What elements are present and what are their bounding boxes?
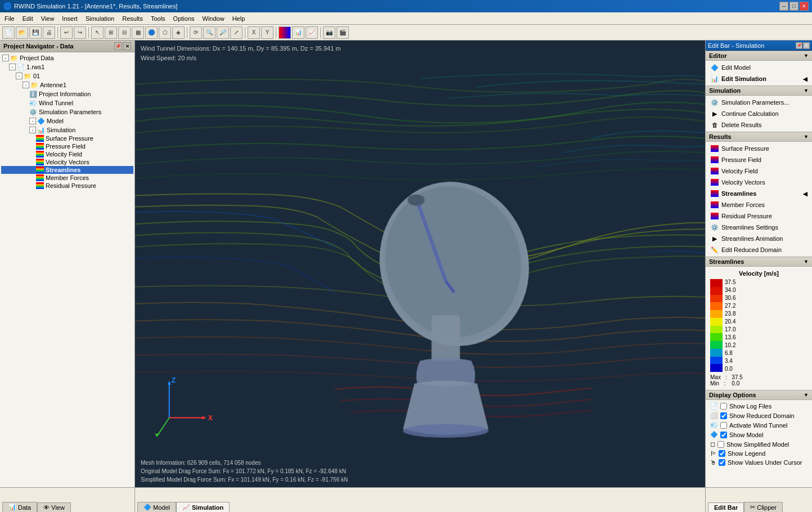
editor-section[interactable]: Editor ▼ — [706, 51, 812, 61]
toolbar-save[interactable]: 💾 — [29, 26, 42, 39]
tree-item-pressure-field[interactable]: Pressure Field — [1, 142, 133, 150]
maximize-button[interactable]: □ — [789, 2, 798, 11]
toolbar-open[interactable]: 📂 — [16, 26, 28, 39]
menu-insert[interactable]: Insert — [59, 14, 81, 23]
toolbar-yview[interactable]: Y — [261, 26, 273, 39]
expand-model[interactable]: - — [29, 118, 36, 124]
right-panel-close[interactable]: ✕ — [803, 42, 810, 49]
menu-file[interactable]: File — [1, 14, 18, 23]
toolbar-results[interactable]: 📊 — [292, 26, 304, 39]
tab-simulation[interactable]: 📈 Simulation — [176, 502, 230, 512]
toolbar-view-2[interactable]: ⬡ — [159, 26, 171, 39]
tab-edit-bar[interactable]: Edit Bar — [708, 502, 744, 512]
tree-item-sim-params[interactable]: ⚙️ Simulation Parameters — [1, 107, 133, 116]
toolbar-mesh-3[interactable]: ▦ — [132, 26, 144, 39]
tree-item-surface-pressure[interactable]: Surface Pressure — [1, 134, 133, 142]
toolbar-color[interactable] — [279, 26, 291, 39]
simulation-section[interactable]: Simulation ▼ — [706, 86, 812, 96]
tab-clipper[interactable]: ✂ Clipper — [744, 502, 783, 512]
right-panel-pin[interactable]: 📌 — [796, 42, 802, 49]
minimize-button[interactable]: ─ — [779, 2, 788, 11]
streamlines-right-button[interactable]: Streamlines ◀ — [706, 188, 812, 199]
toolbar-rotate[interactable]: ⟳ — [190, 26, 202, 39]
tree-item-streamlines[interactable]: Streamlines — [1, 166, 133, 174]
residual-pressure-button[interactable]: Residual Pressure — [706, 210, 812, 222]
expand-project-data[interactable]: - — [2, 55, 9, 61]
toolbar-new[interactable]: 📄 — [2, 26, 15, 39]
show-model-option[interactable]: 🔷 Show Model — [706, 430, 812, 439]
toolbar-render[interactable]: 🎬 — [337, 26, 349, 39]
velocity-vectors-button[interactable]: Velocity Vectors — [706, 177, 812, 188]
results-section[interactable]: Results ▼ — [706, 132, 812, 142]
expand-simulation[interactable]: - — [29, 127, 36, 133]
menu-help[interactable]: Help — [229, 14, 249, 23]
edit-model-button[interactable]: 🔷 Edit Model — [706, 62, 812, 73]
streamlines-animation-button[interactable]: ▶ Streamlines Animation — [706, 233, 812, 244]
tree-item-wind-tunnel[interactable]: 💨 Wind Tunnel — [1, 98, 133, 107]
tree-item-rws1[interactable]: - 📄 1.rws1 — [1, 62, 133, 71]
streamlines-settings-button[interactable]: ⚙️ Streamlines Settings — [706, 222, 812, 233]
tree-item-model[interactable]: - 🔷 Model — [1, 116, 133, 125]
viewport[interactable]: Z X Wind Tunnel Dimensions: Dx = 140.15 … — [135, 41, 705, 487]
tab-view[interactable]: 👁 View — [37, 502, 71, 512]
menu-results[interactable]: Results — [119, 14, 146, 23]
delete-results-button[interactable]: 🗑 Delete Results — [706, 119, 812, 131]
continue-calc-button[interactable]: ▶ Continue Calculation — [706, 108, 812, 119]
show-model-checkbox[interactable] — [720, 432, 727, 438]
toolbar-zoom-out[interactable]: 🔎 — [217, 26, 229, 39]
toolbar-view-1[interactable]: 🔵 — [145, 26, 158, 39]
toolbar-xview[interactable]: X — [248, 26, 260, 39]
show-log-files-option[interactable]: 📄 Show Log Files — [706, 401, 812, 411]
show-simplified-model-checkbox[interactable] — [717, 441, 724, 448]
tree-item-residual-pressure[interactable]: Residual Pressure — [1, 182, 133, 190]
edit-reduced-domain-button[interactable]: ✏️ Edit Reduced Domain — [706, 244, 812, 255]
menu-view[interactable]: View — [38, 14, 58, 23]
menu-options[interactable]: Options — [170, 14, 198, 23]
menu-simulation[interactable]: Simulation — [82, 14, 118, 23]
menu-tools[interactable]: Tools — [147, 14, 169, 23]
show-values-cursor-checkbox[interactable] — [719, 459, 725, 466]
toolbar-redo[interactable]: ↪ — [74, 26, 86, 39]
display-options-section[interactable]: Display Options ▼ — [706, 390, 812, 400]
tree-item-project-data[interactable]: - 📁 Project Data — [1, 53, 133, 62]
toolbar-mesh-1[interactable]: ⊞ — [105, 26, 117, 39]
expand-01[interactable]: - — [16, 73, 23, 79]
toolbar-fit[interactable]: ⤢ — [230, 26, 243, 39]
show-simplified-model-option[interactable]: ◻ Show Simplified Model — [706, 439, 812, 449]
panel-pin-button[interactable]: 📌 — [114, 42, 122, 50]
show-legend-checkbox[interactable] — [719, 450, 725, 457]
toolbar-print[interactable]: 🖨 — [43, 26, 55, 39]
tree-item-01[interactable]: - 📁 01 — [1, 71, 133, 80]
surface-pressure-button[interactable]: Surface Pressure — [706, 143, 812, 154]
tree-item-velocity-field[interactable]: Velocity Field — [1, 150, 133, 158]
toolbar-select[interactable]: ↖ — [91, 26, 104, 39]
close-button[interactable]: ✕ — [800, 2, 809, 11]
toolbar-chart[interactable]: 📈 — [306, 26, 318, 39]
tree-item-antenne1[interactable]: - 📁 Antenne1 — [1, 80, 133, 89]
show-log-files-checkbox[interactable] — [720, 403, 727, 410]
show-legend-option[interactable]: 🏳 Show Legend — [706, 449, 812, 458]
show-values-cursor-option[interactable]: 🖱 Show Values Under Cursor — [706, 458, 812, 467]
toolbar-mesh-2[interactable]: ⊟ — [118, 26, 131, 39]
expand-rws1[interactable]: - — [9, 64, 16, 70]
tab-model[interactable]: 🔷 Model — [137, 502, 176, 512]
menu-window[interactable]: Window — [199, 14, 228, 23]
toolbar-camera[interactable]: 📷 — [323, 26, 335, 39]
pressure-field-button[interactable]: Pressure Field — [706, 154, 812, 165]
member-forces-button[interactable]: Member Forces — [706, 199, 812, 210]
show-reduced-domain-checkbox[interactable] — [720, 412, 727, 419]
menu-edit[interactable]: Edit — [19, 14, 37, 23]
toolbar-undo[interactable]: ↩ — [60, 26, 73, 39]
tree-item-simulation[interactable]: - 📊 Simulation — [1, 125, 133, 134]
tree-item-velocity-vectors[interactable]: Velocity Vectors — [1, 158, 133, 166]
sim-params-button[interactable]: ⚙️ Simulation Parameters... — [706, 97, 812, 108]
tree-item-member-forces[interactable]: Member Forces — [1, 174, 133, 182]
toolbar-zoom-in[interactable]: 🔍 — [203, 26, 216, 39]
activate-wind-tunnel-checkbox[interactable] — [720, 422, 727, 429]
tree-view[interactable]: - 📁 Project Data - 📄 1.rws1 - 📁 01 — [0, 52, 134, 487]
toolbar-view-3[interactable]: ◈ — [172, 26, 185, 39]
activate-wind-tunnel-option[interactable]: 💨 Activate Wind Tunnel — [706, 420, 812, 430]
tree-item-project-info[interactable]: ℹ️ Project Information — [1, 89, 133, 98]
streamlines-section[interactable]: Streamlines ▼ — [706, 257, 812, 267]
panel-close-button[interactable]: ✕ — [123, 42, 131, 50]
